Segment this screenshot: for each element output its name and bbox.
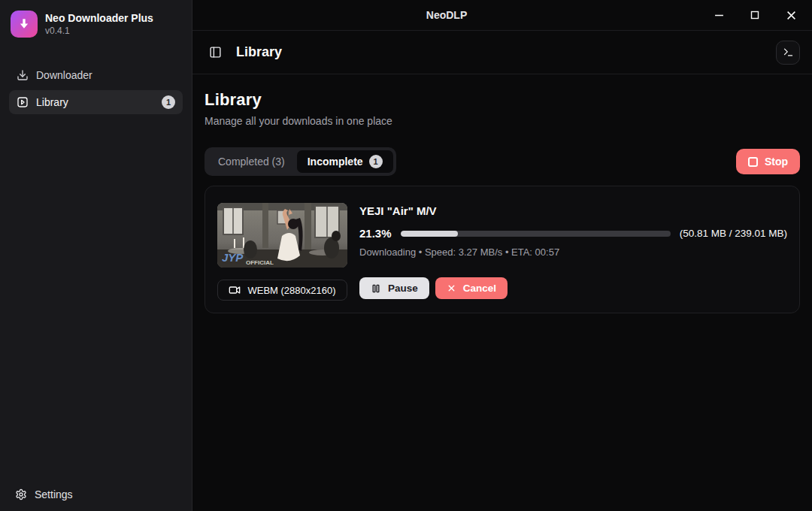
play-square-icon (17, 96, 29, 108)
tab-completed[interactable]: Completed (3) (208, 151, 295, 172)
tabs: Completed (3) Incomplete 1 (205, 147, 396, 176)
download-card: JYP OFFICIAL WEBM (2880x2160) YEJI "Air"… (205, 186, 800, 313)
watermark-logo: JYP (222, 251, 244, 264)
close-button[interactable] (773, 0, 809, 30)
settings-label: Settings (35, 488, 73, 500)
sidebar: Neo Downloader Plus v0.4.1 Downloader (0, 0, 192, 511)
view-title: Library (236, 44, 776, 60)
download-actions: Pause Cancel (359, 277, 787, 299)
sidebar-item-settings[interactable]: Settings (15, 488, 177, 500)
app-name: Neo Downloader Plus (45, 12, 153, 24)
tab-label: Completed (3) (218, 156, 285, 168)
sidebar-item-downloader[interactable]: Downloader (9, 63, 183, 87)
titlebar: NeoDLP (192, 0, 812, 31)
app-version: v0.4.1 (45, 26, 153, 36)
x-icon (447, 283, 456, 293)
download-arrow-icon (17, 17, 32, 32)
terminal-button[interactable] (776, 41, 800, 65)
format-badge: WEBM (2880x2160) (217, 280, 347, 301)
toolbar: Completed (3) Incomplete 1 Stop (205, 147, 800, 176)
video-camera-icon (229, 284, 241, 296)
minimize-icon (714, 11, 724, 20)
sidebar-item-library[interactable]: Library 1 (9, 90, 183, 114)
maximize-button[interactable] (737, 0, 773, 30)
view-header: Library (192, 31, 812, 74)
panel-left-icon (209, 46, 222, 59)
progress-bar (401, 231, 671, 237)
stop-button-label: Stop (765, 156, 788, 168)
sidebar-nav: Downloader Library 1 (0, 48, 192, 114)
main-area: NeoDLP Library (192, 0, 812, 511)
cancel-button[interactable]: Cancel (435, 277, 508, 299)
page-title: Library (205, 90, 800, 110)
thumbnail-art: JYP OFFICIAL (217, 203, 347, 268)
gear-icon (15, 488, 27, 500)
stop-square-icon (748, 157, 758, 167)
download-title: YEJI "Air" M/V (359, 204, 787, 217)
pause-label: Pause (388, 283, 418, 294)
tab-label: Incomplete (308, 156, 363, 168)
terminal-icon (783, 47, 794, 58)
sidebar-toggle-button[interactable] (205, 42, 226, 63)
pause-button[interactable]: Pause (359, 277, 429, 299)
download-icon (17, 69, 29, 81)
content: Library Manage all your downloads in one… (192, 74, 812, 511)
progress-percent: 21.3% (359, 227, 392, 240)
download-status: Downloading • Speed: 3.27 MB/s • ETA: 00… (359, 246, 787, 258)
cancel-label: Cancel (463, 283, 496, 294)
sidebar-spacer (0, 114, 192, 479)
page-subtitle: Manage all your downloads in one place (205, 115, 800, 127)
tab-incomplete[interactable]: Incomplete 1 (297, 150, 393, 173)
watermark-sub: OFFICIAL (246, 259, 274, 266)
format-label: WEBM (2880x2160) (247, 285, 335, 296)
download-size: (50.81 MB / 239.01 MB) (680, 228, 787, 239)
progress-fill (401, 231, 458, 237)
stop-button[interactable]: Stop (736, 149, 800, 174)
pause-icon (371, 283, 381, 294)
window-controls (701, 0, 812, 30)
maximize-icon (750, 11, 759, 20)
app-logo-icon (11, 11, 38, 38)
library-count-badge: 1 (162, 95, 175, 109)
minimize-button[interactable] (701, 0, 737, 30)
window-title: NeoDLP (192, 9, 701, 21)
progress-row: 21.3% (50.81 MB / 239.01 MB) (359, 227, 787, 240)
video-thumbnail: JYP OFFICIAL (217, 203, 347, 268)
close-icon (786, 11, 796, 20)
incomplete-count-badge: 1 (369, 155, 383, 168)
sidebar-item-label: Library (36, 96, 154, 108)
sidebar-item-label: Downloader (36, 69, 175, 81)
app-header: Neo Downloader Plus v0.4.1 (0, 0, 192, 48)
